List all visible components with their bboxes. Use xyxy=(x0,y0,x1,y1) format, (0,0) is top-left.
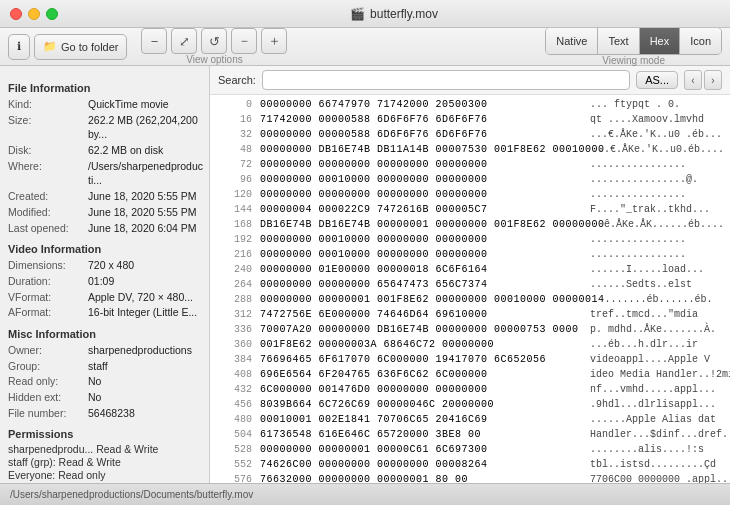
traffic-lights xyxy=(10,8,58,20)
hex-viewer[interactable]: 000000000 66747970 71742000 20500300... … xyxy=(210,95,730,483)
hex-row[interactable]: 4326C000000 001476D0 00000000 00000000nf… xyxy=(210,382,730,397)
hidden-label: Hidden ext: xyxy=(8,390,88,405)
prev-arrow[interactable]: ‹ xyxy=(684,70,702,90)
hex-bytes: 00000000 00010000 00000000 00000000 xyxy=(260,249,590,260)
hex-bytes: 00000000 00010000 00000000 00000000 xyxy=(260,174,590,185)
hex-ascii: .......éb......éb. xyxy=(605,294,713,305)
hex-ascii: videoappl....Apple V xyxy=(590,354,710,365)
go-to-folder-button[interactable]: 📁 Go to folder xyxy=(34,34,127,60)
search-input[interactable] xyxy=(262,70,630,90)
hex-row[interactable]: 26400000000 00000000 65647473 656C7374..… xyxy=(210,277,730,292)
vformat-row: VFormat: Apple DV, 720 × 480... xyxy=(8,290,209,305)
enlarge-button[interactable]: ＋ xyxy=(261,28,287,54)
hex-row[interactable]: 9600000000 00010000 00000000 00000000...… xyxy=(210,172,730,187)
owner-row: Owner: sharpenedproductions xyxy=(8,343,209,358)
minimize-button[interactable] xyxy=(28,8,40,20)
readonly-row: Read only: No xyxy=(8,374,209,389)
hex-row[interactable]: 21600000000 00010000 00000000 00000000..… xyxy=(210,247,730,262)
hex-row[interactable]: 24000000000 01E00000 00000018 6C6F6164..… xyxy=(210,262,730,277)
group-row: Group: staff xyxy=(8,359,209,374)
search-label: Search: xyxy=(218,74,256,86)
hex-bytes: 00000000 01E00000 00000018 6C6F6164 xyxy=(260,264,590,275)
hex-row[interactable]: 4800000000 DB16E74B DB11A14B 00007530 00… xyxy=(210,142,730,157)
readonly-value: No xyxy=(88,374,105,389)
hex-ascii: p. mdhd..ÅKe.......À. xyxy=(590,324,716,335)
hex-bytes: 74626C00 00000000 00000000 00008264 xyxy=(260,459,590,470)
rotate-button[interactable]: ↺ xyxy=(201,28,227,54)
opened-row: Last opened: June 18, 2020 6:04 PM xyxy=(8,221,209,236)
hex-ascii: ......Apple Alias dat xyxy=(590,414,716,425)
hex-row[interactable]: 360001F8E62 00000003A 68646C72 00000000.… xyxy=(210,337,730,352)
hex-offset: 16 xyxy=(216,114,252,125)
hex-row[interactable]: 28800000000 00000001 001F8E62 00000000 0… xyxy=(210,292,730,307)
hex-row[interactable]: 33670007A20 00000000 DB16E74B 00000000 0… xyxy=(210,322,730,337)
aformat-row: AFormat: 16-bit Integer (Little E... xyxy=(8,305,209,320)
hex-offset: 480 xyxy=(216,414,252,425)
hex-offset: 456 xyxy=(216,399,252,410)
toolbar: ℹ 📁 Go to folder − ⤢ ↺ － ＋ View options xyxy=(0,28,730,66)
dimensions-value: 720 x 480 xyxy=(88,258,138,273)
hex-row[interactable]: 50461736548 616E646C 65720000 3BE8 00Han… xyxy=(210,427,730,442)
dimensions-label: Dimensions: xyxy=(8,258,88,273)
info-button[interactable]: ℹ xyxy=(8,34,30,60)
hex-row[interactable]: 55274626C00 00000000 00000000 00008264tb… xyxy=(210,457,730,472)
owner-value: sharpenedproductions xyxy=(88,343,196,358)
hex-bytes: DB16E74B DB16E74B 00000001 00000000 001F… xyxy=(260,219,604,230)
hex-row[interactable]: 14400000004 000022C9 7472616B 000005C7F.… xyxy=(210,202,730,217)
close-button[interactable] xyxy=(10,8,22,20)
hex-bytes: 00000000 DB16E74B DB11A14B 00007530 001F… xyxy=(260,144,592,155)
mode-icon-button[interactable]: Icon xyxy=(680,28,721,54)
hex-row[interactable]: 12000000000 00000000 00000000 00000000..… xyxy=(210,187,730,202)
permissions-title: Permissions xyxy=(8,428,209,440)
video-info-title: Video Information xyxy=(8,243,209,255)
perm-item-1: staff (grp): Read & Write xyxy=(8,456,209,468)
hex-ascii: ...éb...h.dlr...ir xyxy=(590,339,698,350)
perm-item-0: sharpenedprodu... Read & Write xyxy=(8,443,209,455)
created-label: Created: xyxy=(8,189,88,204)
hex-row[interactable]: 000000000 66747970 71742000 20500300... … xyxy=(210,97,730,112)
duration-value: 01:09 xyxy=(88,274,118,289)
hex-row[interactable]: 3200000000 00000588 6D6F6F76 6D6F6F76...… xyxy=(210,127,730,142)
next-arrow[interactable]: › xyxy=(704,70,722,90)
window-title: 🎬 butterfly.mov xyxy=(68,7,720,21)
hex-ascii: ...€.ÅKe.'K..u0 .éb... xyxy=(590,129,722,140)
hex-offset: 216 xyxy=(216,249,252,260)
hex-row[interactable]: 4568039B664 6C726C69 00000046C 20000000.… xyxy=(210,397,730,412)
duration-label: Duration: xyxy=(8,274,88,289)
viewing-mode-group: Native Text Hex Icon xyxy=(545,27,722,55)
hex-row[interactable]: 7200000000 00000000 00000000 00000000...… xyxy=(210,157,730,172)
hex-row[interactable]: 1671742000 00000588 6D6F6F76 6D6F6F76qt … xyxy=(210,112,730,127)
maximize-button[interactable] xyxy=(46,8,58,20)
hex-ascii: qt ....Xamoov.lmvhd xyxy=(590,114,704,125)
hex-ascii: tbl..istsd.........Çd xyxy=(590,459,716,470)
zoom-out-button[interactable]: − xyxy=(141,28,167,54)
perm-item-2: Everyone: Read only xyxy=(8,469,209,481)
minus-icon: − xyxy=(151,34,159,49)
hex-row[interactable]: 19200000000 00010000 00000000 00000000..… xyxy=(210,232,730,247)
hex-row[interactable]: 48000010001 002E1841 70706C65 20416C69..… xyxy=(210,412,730,427)
hex-bytes: 70007A20 00000000 DB16E74B 00000000 0000… xyxy=(260,324,590,335)
modified-row: Modified: June 18, 2020 5:55 PM xyxy=(8,205,209,220)
hex-row[interactable]: 57676632000 00000000 00000001 80 007706C… xyxy=(210,472,730,483)
hex-row[interactable]: 408696E6564 6F204765 636F6C62 6C000000id… xyxy=(210,367,730,382)
mode-hex-button[interactable]: Hex xyxy=(640,28,681,54)
hex-offset: 168 xyxy=(216,219,252,230)
mode-text-button[interactable]: Text xyxy=(598,28,639,54)
hex-row[interactable]: 52800000000 00000001 00000C61 6C697300..… xyxy=(210,442,730,457)
hex-row[interactable]: 168DB16E74B DB16E74B 00000001 00000000 0… xyxy=(210,217,730,232)
hex-offset: 32 xyxy=(216,129,252,140)
as-button[interactable]: AS... xyxy=(636,71,678,89)
hex-ascii: ................ xyxy=(590,249,686,260)
fit-button[interactable]: ⤢ xyxy=(171,28,197,54)
hex-row[interactable]: 38476696465 6F617070 6C000000 19417070 6… xyxy=(210,352,730,367)
sidebar: File Information Kind: QuickTime movie S… xyxy=(0,66,210,483)
view-options-section: − ⤢ ↺ － ＋ View options xyxy=(141,28,287,65)
hex-offset: 384 xyxy=(216,354,252,365)
hex-bytes: 00000004 000022C9 7472616B 000005C7 xyxy=(260,204,590,215)
mode-native-button[interactable]: Native xyxy=(546,28,598,54)
hex-ascii: .9hdl...dlrlisappl... xyxy=(590,399,716,410)
view-options-buttons: − ⤢ ↺ － ＋ xyxy=(141,28,287,54)
shrink-button[interactable]: － xyxy=(231,28,257,54)
vformat-value: Apple DV, 720 × 480... xyxy=(88,290,197,305)
hex-row[interactable]: 3127472756E 6E000000 74646D64 69610000tr… xyxy=(210,307,730,322)
